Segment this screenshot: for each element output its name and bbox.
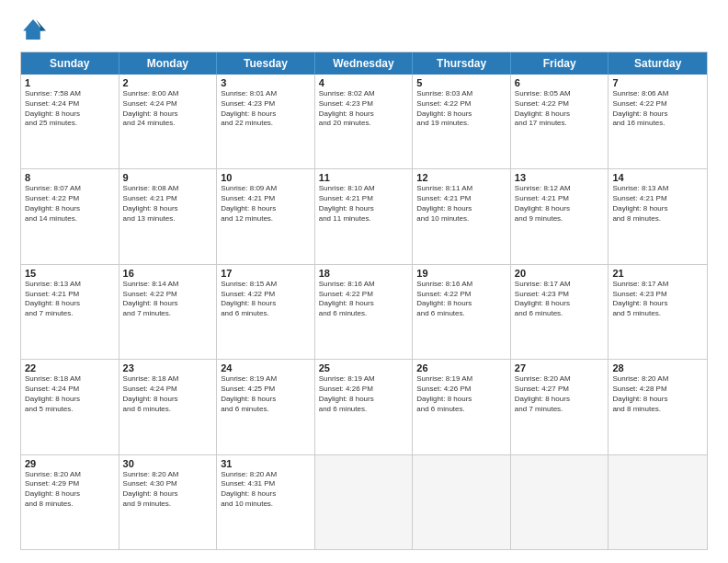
svg-marker-0 [23, 19, 43, 40]
day-info: Sunrise: 8:07 AM Sunset: 4:22 PM Dayligh… [25, 184, 115, 224]
day-number: 28 [612, 362, 703, 373]
day-cell-26: 26Sunrise: 8:19 AM Sunset: 4:26 PM Dayli… [413, 360, 511, 454]
day-number: 5 [416, 77, 506, 88]
day-cell-14: 14Sunrise: 8:13 AM Sunset: 4:21 PM Dayli… [609, 169, 707, 263]
day-info: Sunrise: 8:18 AM Sunset: 4:24 PM Dayligh… [25, 374, 115, 414]
day-cell-30: 30Sunrise: 8:20 AM Sunset: 4:30 PM Dayli… [119, 455, 218, 549]
day-info: Sunrise: 8:11 AM Sunset: 4:21 PM Dayligh… [416, 184, 506, 224]
page: SundayMondayTuesdayWednesdayThursdayFrid… [0, 0, 728, 563]
day-info: Sunrise: 8:18 AM Sunset: 4:24 PM Dayligh… [123, 374, 213, 414]
day-cell-27: 27Sunrise: 8:20 AM Sunset: 4:27 PM Dayli… [511, 360, 609, 454]
day-number: 1 [25, 77, 115, 88]
day-number: 3 [221, 77, 311, 88]
day-number: 26 [416, 362, 506, 373]
day-cell-5: 5Sunrise: 8:03 AM Sunset: 4:22 PM Daylig… [413, 75, 511, 168]
day-number: 12 [416, 172, 506, 183]
day-info: Sunrise: 8:20 AM Sunset: 4:30 PM Dayligh… [123, 470, 213, 510]
logo [20, 17, 51, 42]
day-number: 27 [515, 362, 605, 373]
day-info: Sunrise: 8:00 AM Sunset: 4:24 PM Dayligh… [123, 89, 213, 129]
day-number: 22 [25, 362, 115, 373]
day-cell-4: 4Sunrise: 8:02 AM Sunset: 4:23 PM Daylig… [315, 75, 414, 168]
day-cell-25: 25Sunrise: 8:19 AM Sunset: 4:26 PM Dayli… [315, 360, 414, 454]
day-cell-17: 17Sunrise: 8:15 AM Sunset: 4:22 PM Dayli… [217, 265, 315, 359]
day-info: Sunrise: 8:03 AM Sunset: 4:22 PM Dayligh… [416, 89, 506, 129]
day-number: 13 [515, 172, 605, 183]
day-number: 19 [416, 268, 506, 279]
day-cell-8: 8Sunrise: 8:07 AM Sunset: 4:22 PM Daylig… [21, 169, 119, 263]
day-number: 16 [123, 268, 213, 279]
day-info: Sunrise: 8:19 AM Sunset: 4:26 PM Dayligh… [319, 374, 409, 414]
header-day-monday: Monday [119, 52, 218, 75]
logo-icon [20, 17, 46, 42]
day-cell-2: 2Sunrise: 8:00 AM Sunset: 4:24 PM Daylig… [119, 75, 218, 168]
day-info: Sunrise: 8:06 AM Sunset: 4:22 PM Dayligh… [612, 89, 703, 129]
day-cell-20: 20Sunrise: 8:17 AM Sunset: 4:23 PM Dayli… [511, 265, 609, 359]
day-number: 11 [319, 172, 409, 183]
day-info: Sunrise: 8:20 AM Sunset: 4:27 PM Dayligh… [515, 374, 605, 414]
day-info: Sunrise: 8:05 AM Sunset: 4:22 PM Dayligh… [515, 89, 605, 129]
day-number: 15 [25, 268, 115, 279]
day-cell-29: 29Sunrise: 8:20 AM Sunset: 4:29 PM Dayli… [21, 455, 119, 549]
header [20, 17, 708, 42]
day-info: Sunrise: 8:17 AM Sunset: 4:23 PM Dayligh… [612, 280, 703, 319]
day-number: 24 [221, 362, 311, 373]
day-info: Sunrise: 8:17 AM Sunset: 4:23 PM Dayligh… [515, 280, 605, 319]
day-number: 9 [123, 172, 213, 183]
calendar-row-2: 15Sunrise: 8:13 AM Sunset: 4:21 PM Dayli… [21, 264, 707, 359]
day-cell-10: 10Sunrise: 8:09 AM Sunset: 4:21 PM Dayli… [217, 169, 315, 263]
day-number: 29 [25, 458, 115, 469]
day-number: 21 [612, 268, 703, 279]
day-info: Sunrise: 8:16 AM Sunset: 4:22 PM Dayligh… [319, 280, 409, 319]
day-cell-1: 1Sunrise: 7:58 AM Sunset: 4:24 PM Daylig… [21, 75, 119, 168]
day-number: 25 [319, 362, 409, 373]
day-cell-12: 12Sunrise: 8:11 AM Sunset: 4:21 PM Dayli… [413, 169, 511, 263]
day-info: Sunrise: 8:12 AM Sunset: 4:21 PM Dayligh… [515, 184, 605, 224]
day-info: Sunrise: 8:09 AM Sunset: 4:21 PM Dayligh… [221, 184, 311, 224]
day-number: 31 [221, 458, 311, 469]
day-cell-7: 7Sunrise: 8:06 AM Sunset: 4:22 PM Daylig… [609, 75, 707, 168]
calendar-row-4: 29Sunrise: 8:20 AM Sunset: 4:29 PM Dayli… [21, 454, 707, 549]
day-cell-22: 22Sunrise: 8:18 AM Sunset: 4:24 PM Dayli… [21, 360, 119, 454]
day-info: Sunrise: 8:20 AM Sunset: 4:29 PM Dayligh… [25, 470, 115, 510]
day-number: 18 [319, 268, 409, 279]
calendar-row-0: 1Sunrise: 7:58 AM Sunset: 4:24 PM Daylig… [21, 75, 707, 168]
header-day-saturday: Saturday [609, 52, 707, 75]
header-day-wednesday: Wednesday [315, 52, 414, 75]
header-day-tuesday: Tuesday [217, 52, 315, 75]
day-info: Sunrise: 8:20 AM Sunset: 4:28 PM Dayligh… [612, 374, 703, 414]
day-cell-21: 21Sunrise: 8:17 AM Sunset: 4:23 PM Dayli… [609, 265, 707, 359]
day-cell-31: 31Sunrise: 8:20 AM Sunset: 4:31 PM Dayli… [217, 455, 315, 549]
day-info: Sunrise: 8:02 AM Sunset: 4:23 PM Dayligh… [319, 89, 409, 129]
day-number: 14 [612, 172, 703, 183]
empty-cell [511, 455, 609, 549]
day-cell-9: 9Sunrise: 8:08 AM Sunset: 4:21 PM Daylig… [119, 169, 218, 263]
day-info: Sunrise: 8:20 AM Sunset: 4:31 PM Dayligh… [221, 470, 311, 510]
day-info: Sunrise: 7:58 AM Sunset: 4:24 PM Dayligh… [25, 89, 115, 129]
day-info: Sunrise: 8:15 AM Sunset: 4:22 PM Dayligh… [221, 280, 311, 319]
day-number: 8 [25, 172, 115, 183]
calendar-header: SundayMondayTuesdayWednesdayThursdayFrid… [21, 52, 707, 75]
day-cell-23: 23Sunrise: 8:18 AM Sunset: 4:24 PM Dayli… [119, 360, 218, 454]
day-info: Sunrise: 8:10 AM Sunset: 4:21 PM Dayligh… [319, 184, 409, 224]
empty-cell [413, 455, 511, 549]
calendar-body: 1Sunrise: 7:58 AM Sunset: 4:24 PM Daylig… [21, 75, 707, 549]
day-cell-15: 15Sunrise: 8:13 AM Sunset: 4:21 PM Dayli… [21, 265, 119, 359]
day-cell-16: 16Sunrise: 8:14 AM Sunset: 4:22 PM Dayli… [119, 265, 218, 359]
day-cell-28: 28Sunrise: 8:20 AM Sunset: 4:28 PM Dayli… [609, 360, 707, 454]
day-cell-18: 18Sunrise: 8:16 AM Sunset: 4:22 PM Dayli… [315, 265, 414, 359]
day-number: 4 [319, 77, 409, 88]
day-info: Sunrise: 8:14 AM Sunset: 4:22 PM Dayligh… [123, 280, 213, 319]
day-info: Sunrise: 8:19 AM Sunset: 4:25 PM Dayligh… [221, 374, 311, 414]
day-number: 30 [123, 458, 213, 469]
calendar: SundayMondayTuesdayWednesdayThursdayFrid… [20, 52, 708, 550]
day-cell-13: 13Sunrise: 8:12 AM Sunset: 4:21 PM Dayli… [511, 169, 609, 263]
day-number: 7 [612, 77, 703, 88]
empty-cell [315, 455, 414, 549]
day-cell-3: 3Sunrise: 8:01 AM Sunset: 4:23 PM Daylig… [217, 75, 315, 168]
day-number: 2 [123, 77, 213, 88]
empty-cell [609, 455, 707, 549]
header-day-thursday: Thursday [413, 52, 511, 75]
day-cell-6: 6Sunrise: 8:05 AM Sunset: 4:22 PM Daylig… [511, 75, 609, 168]
day-info: Sunrise: 8:01 AM Sunset: 4:23 PM Dayligh… [221, 89, 311, 129]
